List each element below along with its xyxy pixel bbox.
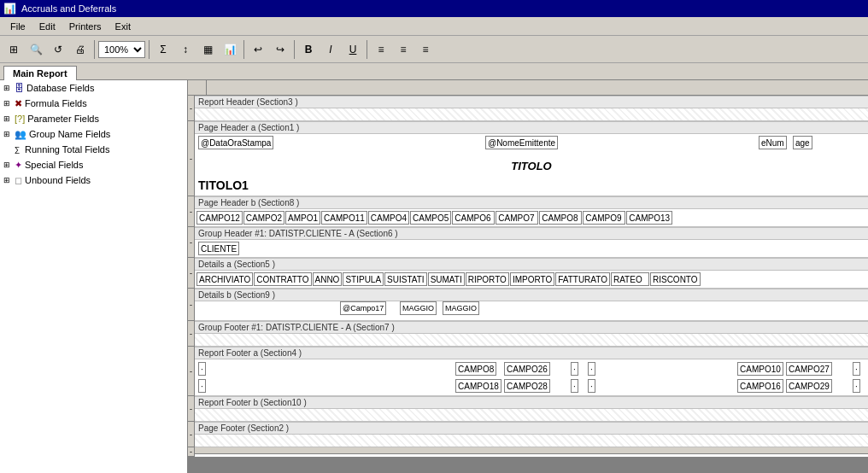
footer-campo8[interactable]: CAMPO8 xyxy=(455,362,496,376)
footer-campo10[interactable]: CAMPO10 xyxy=(737,362,783,376)
toolbar-btn-1[interactable]: ⊞ xyxy=(3,39,24,60)
field-importo[interactable]: IMPORTO xyxy=(510,272,554,286)
field-age[interactable]: age xyxy=(793,136,812,149)
field-dataorastampa[interactable]: @DataOraStampa xyxy=(198,136,273,149)
field-anno[interactable]: ANNO xyxy=(313,272,343,286)
sidebar-item-database-fields[interactable]: ⊞ 🗄 Database Fields xyxy=(0,80,187,96)
toolbar-btn-italic[interactable]: I xyxy=(320,39,341,60)
field-maggio2[interactable]: MAGGIO xyxy=(443,301,479,315)
toolbar-btn-align-left[interactable]: ≡ xyxy=(371,39,391,60)
tab-bar: Main Report xyxy=(0,63,868,80)
footer-campo27[interactable]: CAMPO27 xyxy=(786,362,832,376)
toolbar-sep-2 xyxy=(149,40,150,59)
toolbar-btn-3[interactable]: ↺ xyxy=(48,39,68,60)
campos-row-details-a: ARCHIVIATO CONTRATTO ANNO STIPULA SUISTA… xyxy=(196,272,866,286)
campo13[interactable]: CAMPO13 xyxy=(626,211,672,225)
section-handle-page-header-b[interactable]: - xyxy=(188,196,195,227)
expander-icon: ⊞ xyxy=(2,161,12,169)
footer-campo16[interactable]: CAMPO16 xyxy=(737,379,783,393)
toolbar-btn-2[interactable]: 🔍 xyxy=(26,39,46,60)
footer-campo26[interactable]: CAMPO26 xyxy=(504,362,550,376)
menu-exit[interactable]: Exit xyxy=(108,20,138,33)
section-group-footer-1: - Group Footer #1: DATISTP.CLIENTE - A (… xyxy=(188,321,868,347)
field-stipula[interactable]: STIPULA xyxy=(343,272,384,286)
db-icon: 🗄 xyxy=(15,83,24,93)
toolbar-btn-underline[interactable]: U xyxy=(343,39,363,60)
content-area: ⊞ 🗄 Database Fields ⊞ ✖ Formula Fields ⊞… xyxy=(0,80,868,473)
campo8-header[interactable]: CAMPO8 xyxy=(539,211,582,225)
section-handle-report-header[interactable]: - xyxy=(188,96,195,121)
sidebar-item-formula-fields[interactable]: ⊞ ✖ Formula Fields xyxy=(0,96,187,111)
section-header-page-header-b: Page Header b (Section8 ) xyxy=(195,196,868,209)
campo11[interactable]: CAMPO11 xyxy=(321,211,367,225)
report-area[interactable]: · 1 2 3 4 5 6 7 8 9 10 11 12 13 xyxy=(188,80,868,473)
section-handle-details-b[interactable]: - xyxy=(188,289,195,321)
field-suistati[interactable]: SUISTATI xyxy=(384,272,427,286)
toolbar-btn-4[interactable]: 🖨 xyxy=(70,39,91,60)
campo6[interactable]: CAMPO6 xyxy=(452,211,495,225)
tab-main-report[interactable]: Main Report xyxy=(3,66,77,80)
toolbar-btn-sort[interactable]: ↕ xyxy=(175,39,196,60)
field-sumati[interactable]: SUMATI xyxy=(428,272,465,286)
section-body-report-footer-b xyxy=(195,409,868,421)
app-title: Accruals and Deferrals xyxy=(21,3,116,14)
section-handle-page-footer[interactable]: - xyxy=(188,422,195,447)
section-content-page-header-b: Page Header b (Section8 ) CAMPO12 CAMPO2… xyxy=(195,196,868,227)
field-archiviato[interactable]: ARCHIVIATO xyxy=(196,272,253,286)
field-cliente[interactable]: CLIENTE xyxy=(198,242,239,255)
sidebar-item-parameter-fields[interactable]: ⊞ [?] Parameter Fields xyxy=(0,111,187,126)
footer-campo18[interactable]: CAMPO18 xyxy=(455,379,501,393)
field-nomeemittente[interactable]: @NomeEmittente xyxy=(485,136,558,149)
campo7[interactable]: CAMPO7 xyxy=(496,211,538,225)
footer-left-bracket2: · xyxy=(198,379,206,393)
sidebar-item-group-name-fields[interactable]: ⊞ 👥 Group Name Fields xyxy=(0,126,187,142)
campo12[interactable]: CAMPO12 xyxy=(196,211,243,225)
field-maggio1[interactable]: MAGGIO xyxy=(400,301,437,315)
menu-edit[interactable]: Edit xyxy=(32,20,62,33)
footer-campo29[interactable]: CAMPO29 xyxy=(786,379,832,393)
titolo1-text: TITOLO1 xyxy=(198,178,249,192)
ampo1[interactable]: AMPO1 xyxy=(285,211,320,225)
menu-file[interactable]: File xyxy=(3,20,32,33)
campo5[interactable]: CAMPO5 xyxy=(410,211,451,225)
field-enum[interactable]: eNum xyxy=(759,136,787,149)
section-handle-report-footer-a[interactable]: - xyxy=(188,347,195,396)
sidebar-item-special-fields[interactable]: ⊞ ✦ Special Fields xyxy=(0,157,187,172)
field-riporto[interactable]: RIPORTO xyxy=(466,272,509,286)
campo4[interactable]: CAMPO4 xyxy=(368,211,409,225)
toolbar-btn-group[interactable]: ▦ xyxy=(197,39,218,60)
section-handle-group-footer-1[interactable]: - xyxy=(188,321,195,347)
menu-printers[interactable]: Printers xyxy=(62,20,108,33)
section-handle-page-header-a[interactable]: - xyxy=(188,121,195,196)
section-body-details-a: ARCHIVIATO CONTRATTO ANNO STIPULA SUISTA… xyxy=(195,271,868,288)
field-contratto[interactable]: CONTRATTO xyxy=(254,272,311,286)
field-rateo[interactable]: RATEO xyxy=(611,272,649,286)
section-handle-details-a[interactable]: - xyxy=(188,258,195,289)
section-handle-report-footer-b[interactable]: - xyxy=(188,396,195,422)
sidebar-item-running-total[interactable]: ∑ Running Total Fields xyxy=(0,142,187,157)
section-handle-bottom[interactable]: - xyxy=(188,447,195,457)
field-fatturato[interactable]: FATTURATO xyxy=(555,272,610,286)
special-icon: ✦ xyxy=(15,160,22,171)
footer-campo28[interactable]: CAMPO28 xyxy=(504,379,550,393)
section-report-footer-b: - Report Footer b (Section10 ) xyxy=(188,396,868,422)
section-body-group-footer-1 xyxy=(195,334,868,346)
toolbar-btn-align-right[interactable]: ≡ xyxy=(415,39,436,60)
sidebar-item-unbound-fields[interactable]: ⊞ ◻ Unbound Fields xyxy=(0,172,187,188)
field-campo17[interactable]: @Campo17 xyxy=(340,301,386,315)
field-risconto[interactable]: RISCONTO xyxy=(650,272,701,286)
toolbar-btn-sum[interactable]: Σ xyxy=(153,39,173,60)
toolbar-btn-undo[interactable]: ↩ xyxy=(248,39,268,60)
toolbar-btn-align-center[interactable]: ≡ xyxy=(393,39,413,60)
section-handle-group-header-1[interactable]: - xyxy=(188,227,195,258)
toolbar-btn-chart[interactable]: 📊 xyxy=(220,39,240,60)
section-body-group-header-1: CLIENTE xyxy=(195,240,868,257)
toolbar-btn-redo[interactable]: ↪ xyxy=(270,39,290,60)
zoom-select[interactable]: 100% 50% 75% 125% 150% 200% xyxy=(98,41,145,58)
report-canvas: - Report Header (Section3 ) - Page Heade… xyxy=(188,96,868,457)
expander-icon: ⊞ xyxy=(2,99,12,108)
campo2[interactable]: CAMPO2 xyxy=(243,211,284,225)
campo9[interactable]: CAMPO9 xyxy=(583,211,625,225)
campos-row-header-b: CAMPO12 CAMPO2 AMPO1 CAMPO11 CAMPO4 CAMP… xyxy=(196,211,866,225)
toolbar-btn-bold[interactable]: B xyxy=(298,39,319,60)
